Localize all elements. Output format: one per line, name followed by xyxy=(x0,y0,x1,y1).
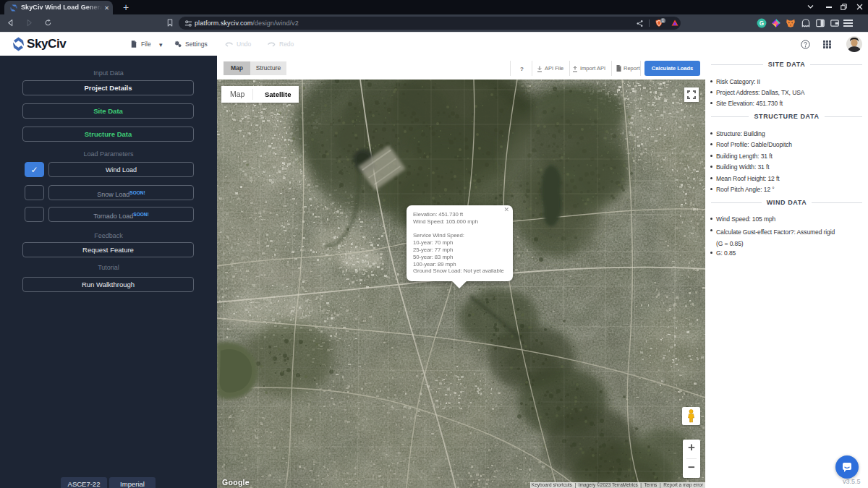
svg-text:G: G xyxy=(760,20,764,27)
